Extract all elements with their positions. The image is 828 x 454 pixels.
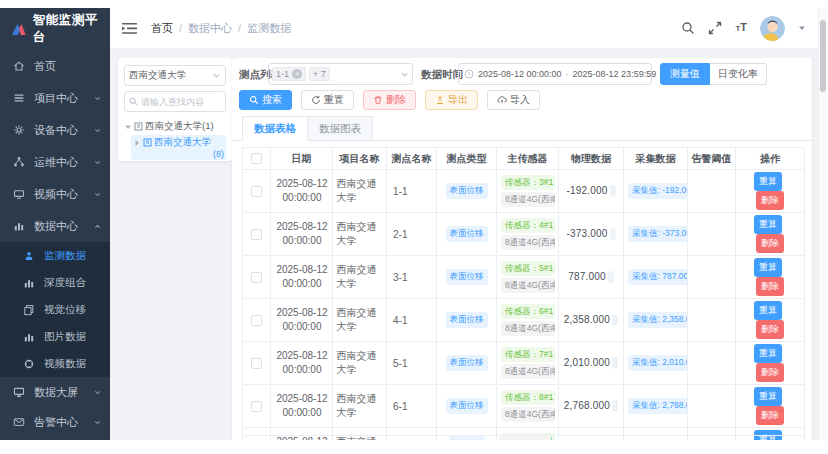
recalc-button[interactable]: 重算 xyxy=(754,172,782,191)
point-more-tag: + 7 xyxy=(309,67,330,81)
sidebar-item-visual-displacement[interactable]: 视觉位移 xyxy=(0,296,110,323)
caret-down-icon[interactable] xyxy=(798,24,806,32)
cell-physical-value: 2,358.000 xyxy=(564,314,610,325)
cell-alarm-threshold xyxy=(688,170,736,213)
point-tag: 1-1 × xyxy=(272,67,306,81)
row-delete-button[interactable]: 删除 xyxy=(756,363,784,382)
sidebar-item-video-center[interactable]: 视频中心 xyxy=(0,178,110,210)
upload-icon xyxy=(435,95,445,105)
points-multiselect[interactable]: 1-1 × + 7 xyxy=(268,63,413,85)
cell-point-name: 2-1 xyxy=(393,229,407,240)
row-delete-button[interactable]: 删除 xyxy=(756,320,784,339)
row-checkbox[interactable] xyxy=(251,315,262,326)
scrollbar-thumb[interactable] xyxy=(820,20,826,92)
breadcrumb-section[interactable]: 数据中心 xyxy=(188,21,232,36)
cell-point-name: 6-1 xyxy=(393,401,407,412)
daily-rate-button[interactable]: 日变化率 xyxy=(710,63,767,85)
point-filter-panel: 西南交通大学 西南交通大学(1) 西南交通大学 xyxy=(118,58,232,161)
row-delete-button[interactable]: 删除 xyxy=(756,191,784,210)
delete-button[interactable]: 删除 xyxy=(363,90,416,110)
caret-right-icon[interactable] xyxy=(133,139,141,147)
collected-value-tag: 采集值: 2,768.000 xyxy=(628,398,688,413)
data-tabs: 数据表格 数据图表 xyxy=(232,116,812,141)
search-icon xyxy=(249,95,259,105)
sidebar-item-depth-combo[interactable]: 深度组合 xyxy=(0,269,110,296)
physical-badge xyxy=(612,314,618,326)
recalc-button[interactable]: 重算 xyxy=(754,215,782,234)
row-checkbox[interactable] xyxy=(251,358,262,369)
sidebar-item-ops-center[interactable]: 运维中心 xyxy=(0,146,110,178)
collected-value-tag: 采集值: -192.000 xyxy=(628,183,688,198)
cell-project: 西南交通大学 xyxy=(337,177,383,205)
export-button[interactable]: 导出 xyxy=(425,90,478,110)
tab-data-chart[interactable]: 数据图表 xyxy=(308,116,373,141)
collected-value-tag: 采集值: 2,010.000 xyxy=(628,355,688,370)
row-delete-button[interactable]: 删除 xyxy=(756,234,784,253)
cell-physical-value: -192.000 xyxy=(566,185,607,196)
topbar-actions: TT xyxy=(681,16,806,41)
org-select[interactable]: 西南交通大学 xyxy=(124,65,226,86)
sidebar-item-alert-center[interactable]: 告警中心 xyxy=(0,407,110,437)
row-checkbox[interactable] xyxy=(251,186,262,197)
cell-date: 2025-08-12 00:00:00 xyxy=(274,263,330,291)
search-icon[interactable] xyxy=(681,21,695,35)
fullscreen-icon[interactable] xyxy=(708,21,722,35)
breadcrumb-separator: / xyxy=(238,22,241,34)
sidebar-item-device-center[interactable]: 设备中心 xyxy=(0,114,110,146)
row-delete-button[interactable]: 删除 xyxy=(756,277,784,296)
bar-chart-icon xyxy=(23,331,35,343)
table-row: 2025-08-12 00:00:00 西南交通大学 1-1 表面位移 传感器：… xyxy=(243,170,805,213)
sidebar-item-picture-data[interactable]: 图片数据 xyxy=(0,323,110,350)
sidebar-item-project-center[interactable]: 项目中心 xyxy=(0,82,110,114)
col-date: 日期 xyxy=(271,148,333,170)
reset-button[interactable]: 重置 xyxy=(301,90,354,110)
physical-badge xyxy=(612,357,618,369)
tree-search-input[interactable] xyxy=(141,97,221,107)
search-button[interactable]: 搜索 xyxy=(239,90,292,110)
cell-point-name: 3-1 xyxy=(393,272,407,283)
video-icon xyxy=(13,188,25,200)
measure-value-button[interactable]: 测量值 xyxy=(660,63,710,85)
cell-project: 西南交通大学 xyxy=(337,392,383,420)
caret-down-icon[interactable] xyxy=(124,123,132,131)
recalc-button[interactable]: 重算 xyxy=(754,344,782,363)
point-type-tag: 表面位移 xyxy=(446,312,488,327)
tree-node-parent[interactable]: 西南交通大学(1) xyxy=(124,119,226,134)
sidebar: 智能监测平台 首页 项目中心 设备中心 运维中心 视频中心 数据中 xyxy=(0,8,110,440)
sidebar-item-monitor-data[interactable]: 监测数据 xyxy=(0,242,110,269)
cell-date: 2025-08-12 00:00:00 xyxy=(274,306,330,334)
partial-row-channel-tag xyxy=(499,436,551,440)
sidebar-item-video-data[interactable]: 视频数据 xyxy=(0,350,110,377)
recalc-button[interactable]: 重算 xyxy=(754,301,782,320)
logo-icon xyxy=(11,22,27,36)
sidebar-item-home[interactable]: 首页 xyxy=(0,50,110,82)
breadcrumb-home[interactable]: 首页 xyxy=(151,21,173,36)
table-row: 2025-08-12 00:00:00 西南交通大学 3-1 表面位移 传感器：… xyxy=(243,256,805,299)
aperture-icon xyxy=(23,358,35,370)
row-delete-button[interactable]: 删除 xyxy=(756,406,784,425)
chevron-down-icon xyxy=(93,94,102,103)
tree-search-box xyxy=(124,91,226,112)
sidebar-item-data-screen[interactable]: 数据大屏 xyxy=(0,377,110,407)
hamburger-icon[interactable] xyxy=(122,22,137,35)
sidebar-item-data-center[interactable]: 数据中心 xyxy=(0,210,110,242)
channel-tag: 8通道4G(西南交 xyxy=(501,364,555,379)
recalc-button[interactable]: 重算 xyxy=(754,258,782,277)
chevron-down-icon xyxy=(93,190,102,199)
recalc-button[interactable]: 重算 xyxy=(754,387,782,406)
tree-node-child-selected[interactable]: 西南交通大学 (8) xyxy=(131,135,226,160)
row-checkbox[interactable] xyxy=(251,401,262,412)
time-start: 2025-08-12 00:00:00 xyxy=(478,69,562,79)
row-checkbox[interactable] xyxy=(251,229,262,240)
avatar[interactable] xyxy=(760,16,785,41)
tab-data-table[interactable]: 数据表格 xyxy=(242,116,308,141)
monitor-data-table: 日期 项目名称 测点名称 测点类型 主传感器 物理数据 采集数据 告警阈值 操作… xyxy=(242,147,805,440)
ops-icon xyxy=(13,156,25,168)
physical-badge xyxy=(610,185,616,197)
import-button[interactable]: 导入 xyxy=(487,90,540,110)
tag-close-icon[interactable]: × xyxy=(292,69,302,79)
font-size-icon[interactable]: TT xyxy=(735,20,747,36)
row-checkbox[interactable] xyxy=(251,272,262,283)
select-all-checkbox[interactable] xyxy=(251,153,262,164)
date-range-picker[interactable]: 2025-08-12 00:00:00 - 2025-08-12 23:59:5… xyxy=(458,63,652,85)
